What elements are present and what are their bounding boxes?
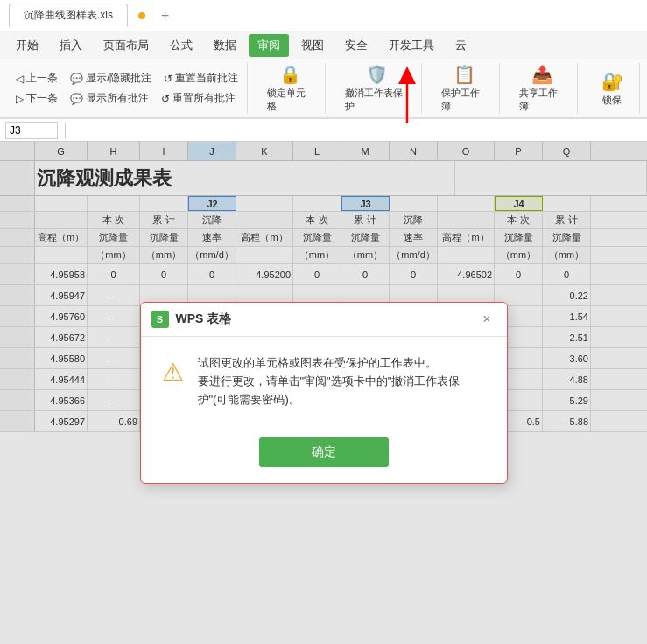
dialog-close-button[interactable]: × (477, 310, 496, 329)
menu-view[interactable]: 视图 (292, 34, 333, 57)
menu-cloud[interactable]: 云 (447, 34, 475, 57)
lock-protect-btn[interactable]: 🔐 锁保 (590, 67, 634, 110)
protect-wb-icon: 📋 (454, 64, 475, 85)
protect-wb-btn[interactable]: 📋 保护工作簿 (434, 60, 494, 116)
lock-icon: 🔒 (279, 64, 301, 85)
unprotect-sheet-btn[interactable]: 🛡️ 撤消工作表保护 (338, 60, 416, 116)
prev-icon: ◁ (16, 73, 24, 85)
menu-bar: 开始 插入 页面布局 公式 数据 审阅 视图 安全 开发工具 云 (0, 32, 647, 60)
menu-devtools[interactable]: 开发工具 (380, 34, 443, 57)
formula-bar (0, 119, 647, 142)
menu-layout[interactable]: 页面布局 (95, 34, 158, 57)
menu-review[interactable]: 审阅 (249, 34, 289, 57)
toolbar-group-protect-wb: 📋 保护工作簿 (429, 63, 500, 114)
lock-cell-btn[interactable]: 🔒 锁定单元格 (260, 60, 320, 116)
dialog-message: 试图更改的单元格或图表在受保护的工作表中。 要进行更改，请单击"审阅"选项卡中的… (198, 354, 461, 409)
toolbar: ◁ 上一条 💬 显示/隐藏批注 ↺ 重置当前批注 ▷ 下一条 💬 显示所有批注 (0, 60, 647, 119)
dialog-msg-line1: 试图更改的单元格或图表在受保护的工作表中。 (198, 356, 437, 369)
toolbar-group-lock-protect: 🔐 锁保 (585, 63, 640, 114)
lock-protect-icon: 🔐 (601, 71, 623, 92)
new-tab-button[interactable]: + (156, 8, 174, 24)
file-tab[interactable]: 沉降曲线图样表.xls (9, 4, 128, 27)
show-all-icon: 💬 (70, 93, 83, 105)
show-all-comments-btn[interactable]: 💬 显示所有批注 (67, 89, 152, 108)
toolbar-group-share: 📤 共享工作簿 (507, 63, 578, 114)
reset-all-comments-btn[interactable]: ↺ 重置所有批注 (158, 89, 239, 108)
show-hide-comment-btn[interactable]: 💬 显示/隐藏批注 (67, 69, 155, 88)
dialog: S WPS 表格 × ⚠ 试图更改的单元格或图表在受保护的工作表中。 要进行更改… (140, 302, 508, 483)
spreadsheet: G H I J K L M N O P Q 沉降观测成果表 J2 J3 (0, 142, 647, 644)
unsaved-dot (138, 12, 145, 19)
comment-icon: 💬 (70, 73, 83, 85)
dialog-msg-line3: 护"(可能需要密码)。 (198, 393, 300, 406)
wps-logo: S (151, 311, 169, 328)
dialog-ok-button[interactable]: 确定 (259, 438, 389, 467)
dialog-title-bar: S WPS 表格 × (141, 303, 507, 337)
formula-divider (65, 122, 66, 138)
formula-input[interactable] (73, 124, 642, 136)
menu-start[interactable]: 开始 (7, 34, 47, 57)
warning-icon: ⚠ (162, 358, 184, 387)
unprotect-icon: 🛡️ (366, 64, 388, 85)
dialog-title-label: WPS 表格 (176, 312, 232, 327)
toolbar-group-comment: ◁ 上一条 💬 显示/隐藏批注 ↺ 重置当前批注 ▷ 下一条 💬 显示所有批注 (7, 63, 248, 114)
reset-icon: ↺ (164, 73, 172, 85)
dialog-body: ⚠ 试图更改的单元格或图表在受保护的工作表中。 要进行更改，请单击"审阅"选项卡… (141, 337, 507, 426)
dialog-footer: 确定 (141, 427, 507, 483)
file-tab-label: 沉降曲线图样表.xls (24, 9, 113, 21)
tab-area: 沉降曲线图样表.xls + (9, 4, 174, 27)
dialog-msg-line2: 要进行更改，请单击"审阅"选项卡中的"撤消工作表保 (198, 374, 461, 388)
dialog-overlay: S WPS 表格 × ⚠ 试图更改的单元格或图表在受保护的工作表中。 要进行更改… (0, 142, 647, 644)
toolbar-group-lock: 🔒 锁定单元格 (255, 63, 326, 114)
next-comment-btn[interactable]: ▷ 下一条 (12, 89, 61, 108)
next-icon: ▷ (16, 93, 24, 105)
menu-data[interactable]: 数据 (205, 34, 245, 57)
menu-formula[interactable]: 公式 (161, 34, 201, 57)
prev-comment-btn[interactable]: ◁ 上一条 (12, 69, 61, 88)
toolbar-group-unprotect: 🛡️ 撤消工作表保护 (333, 63, 422, 114)
menu-insert[interactable]: 插入 (51, 34, 91, 57)
title-bar: 沉降曲线图样表.xls + (0, 0, 647, 32)
reset-comment-btn[interactable]: ↺ 重置当前批注 (160, 69, 242, 88)
share-wb-btn[interactable]: 📤 共享工作簿 (512, 60, 572, 116)
cell-ref-input[interactable] (5, 122, 58, 139)
reset-all-icon: ↺ (161, 93, 170, 105)
menu-security[interactable]: 安全 (336, 34, 376, 57)
share-icon: 📤 (531, 64, 553, 85)
dialog-title-content: S WPS 表格 (151, 311, 232, 328)
